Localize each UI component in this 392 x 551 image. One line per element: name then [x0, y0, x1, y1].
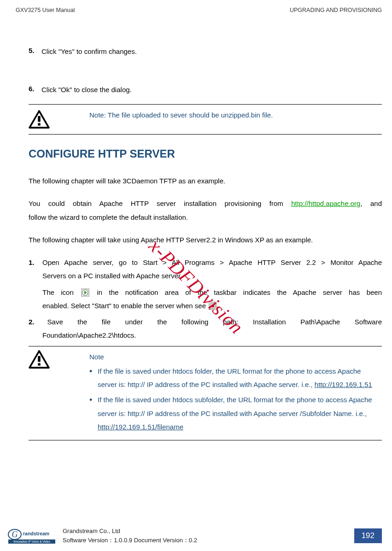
svg-point-8 — [211, 304, 215, 307]
list-1-l4a: enabled. Select "Start" to enable the se… — [42, 302, 206, 310]
footer-info: Grandstream Co., Ltd Software Version：1.… — [63, 527, 354, 545]
warning-icon-2 — [29, 350, 50, 369]
para-1: The following chapter will take 3CDaemon… — [0, 170, 392, 192]
svg-rect-2 — [38, 123, 40, 125]
note-2-b1-l1: If the file is saved under htdocs folder… — [98, 367, 336, 375]
grandstream-logo: G randstream Innovative IP Voice & Video — [6, 528, 57, 544]
note-1-text: Note: The file uploaded to sever should … — [89, 110, 382, 121]
page-number: 192 — [354, 528, 382, 543]
footer-company: Grandstream Co., Ltd — [63, 527, 354, 536]
note-2-heading: Note — [89, 350, 382, 363]
step-5-text: Click "Yes" to confirm changes. — [41, 47, 382, 57]
bullet-icon: • — [89, 393, 98, 434]
list-2-num: 2. — [29, 315, 42, 342]
step-6-text: Click "Ok" to close the dialog. — [41, 85, 382, 95]
svg-text:randstream: randstream — [23, 531, 49, 536]
note-2-b2-l3a: /Subfolder Name. i.e., — [300, 410, 367, 417]
warning-icon — [29, 110, 50, 129]
step-6-num: 6. — [29, 85, 41, 95]
header-left: GXV3275 User Manual — [16, 7, 75, 13]
para-2: You could obtain Apache HTTP server inst… — [0, 192, 392, 229]
header-right: UPGRADING AND PROVISIONING — [290, 7, 382, 13]
svg-text:G: G — [12, 530, 18, 539]
step-5-num: 5. — [29, 47, 41, 57]
para-2-a: You could obtain Apache HTTP server inst… — [29, 199, 291, 207]
list-2-l1: Save the file under the following path: … — [42, 315, 382, 328]
footer-version: Software Version：1.0.0.9 Document Versio… — [63, 536, 354, 545]
list-2-l2: Foundation\Apache2.2\htdocs. — [42, 331, 136, 339]
svg-rect-11 — [38, 363, 40, 365]
apache-running-icon — [81, 287, 89, 296]
bullet-icon: • — [89, 364, 98, 392]
para-2-c: follow the wizard to complete the defaul… — [29, 213, 188, 221]
list-1-num: 1. — [29, 256, 42, 312]
apache-link[interactable]: http://httpd.apache.org — [291, 199, 360, 207]
para-2-b: , and — [360, 199, 382, 207]
svg-text:Innovative IP Voice & Video: Innovative IP Voice & Video — [13, 540, 50, 543]
svg-rect-10 — [38, 356, 40, 362]
list-1-l1: Open Apache server, go to Start > All Pr… — [42, 256, 382, 269]
list-1-l4b: . — [218, 302, 220, 310]
list-1-l2: Servers on a PC installed with Apache se… — [42, 272, 182, 280]
note-2-b2-link[interactable]: http://192.169.1.51/filename — [98, 423, 183, 431]
note-2-bullet-1: If the file is saved under htdocs folder… — [98, 364, 382, 392]
apache-stopped-icon — [209, 301, 217, 309]
note-2-b2-l1: If the file is saved under htdocs subfol… — [98, 396, 324, 404]
para-3: The following chapter will take using Ap… — [0, 229, 392, 251]
list-2-body: Save the file under the following path: … — [42, 315, 382, 342]
section-title: CONFIGURE HTTP SERVER — [0, 135, 392, 170]
list-1-body: Open Apache server, go to Start > All Pr… — [42, 256, 382, 312]
note-2-bullet-2: If the file is saved under htdocs subfol… — [98, 393, 382, 434]
list-1-l3a: The icon — [42, 288, 74, 296]
list-1-l3b: in the notification area of the taskbar … — [97, 288, 382, 296]
svg-rect-1 — [38, 116, 40, 122]
note-2-b1-link[interactable]: http://192.169.1.51 — [315, 381, 372, 388]
